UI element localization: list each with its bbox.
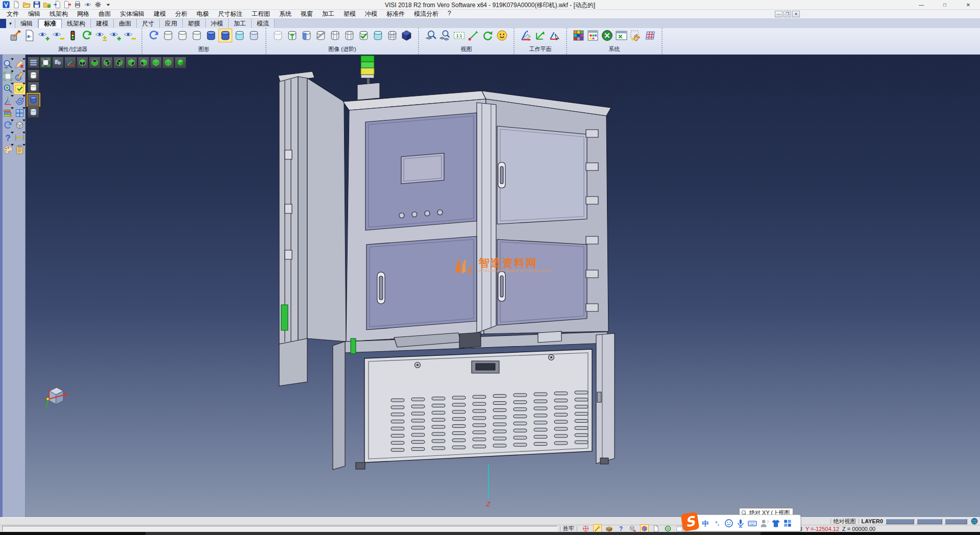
refresh-blue-icon[interactable] xyxy=(148,29,160,42)
menu-item[interactable]: 模流分析 xyxy=(409,10,443,18)
palette-window-icon[interactable] xyxy=(586,29,599,42)
cylinder-stripe-icon[interactable] xyxy=(329,29,341,42)
toolbar-tab[interactable]: 尺寸 xyxy=(137,19,160,28)
toolbar-tab[interactable]: 模流 xyxy=(252,19,275,28)
menu-item[interactable]: 冲模 xyxy=(360,10,382,18)
check-yellow-icon[interactable] xyxy=(14,83,25,94)
menu-item[interactable]: ? xyxy=(443,10,456,18)
toolbar-tab[interactable]: 应用 xyxy=(160,19,183,28)
menu-item[interactable]: 标准件 xyxy=(382,10,409,18)
palette-sm-icon[interactable] xyxy=(3,144,13,155)
cube-bottom-button[interactable] xyxy=(89,57,101,68)
active-layer-label[interactable]: LAYER0 xyxy=(862,518,883,524)
target-green-icon[interactable] xyxy=(664,525,672,532)
toolbar-tab[interactable]: 加工 xyxy=(229,19,252,28)
axis-cube-icon[interactable] xyxy=(3,95,13,106)
cylinder-white-icon[interactable] xyxy=(162,29,175,42)
menu-item[interactable]: 系统 xyxy=(275,10,296,18)
cube-solid-button[interactable] xyxy=(175,57,186,68)
smiley-blue-icon[interactable] xyxy=(724,518,734,528)
question-mark-icon[interactable]: ? xyxy=(3,132,13,143)
cylinder-white-icon[interactable] xyxy=(176,29,189,42)
arrow-ne-icon[interactable] xyxy=(467,29,480,42)
smiley-icon[interactable] xyxy=(496,29,508,42)
tools-ball-icon[interactable] xyxy=(601,29,614,42)
cylinder-pale-button[interactable] xyxy=(28,106,39,118)
punct-icon[interactable]: °, xyxy=(712,518,722,528)
axis-green-icon[interactable] xyxy=(534,29,547,42)
zoom-cube-icon[interactable] xyxy=(424,29,437,42)
view-mode-label[interactable]: 绝对视图 xyxy=(834,518,856,525)
cube-back-button[interactable] xyxy=(113,57,125,68)
cad-model-canvas[interactable]: Z xyxy=(26,55,980,517)
fit-rect-button[interactable] xyxy=(40,57,52,68)
new-page-icon[interactable] xyxy=(12,1,20,9)
clipboard-icon[interactable] xyxy=(14,144,25,155)
eye-add-icon[interactable] xyxy=(109,29,122,42)
cube-right-button[interactable] xyxy=(138,57,150,68)
minimize-button[interactable]: — xyxy=(910,0,933,10)
hand-grid-icon[interactable] xyxy=(629,29,642,42)
open-folder-icon[interactable] xyxy=(22,1,31,9)
save-disk-icon[interactable] xyxy=(33,1,41,9)
cylinder-blue-icon[interactable] xyxy=(205,29,217,42)
refresh-blue-icon[interactable] xyxy=(3,120,13,131)
export-page-icon[interactable] xyxy=(63,1,71,9)
toolbar-tab[interactable]: 编辑 xyxy=(15,19,38,28)
axis-pointer-icon[interactable] xyxy=(548,29,561,42)
cylinder-white-button[interactable] xyxy=(28,69,39,81)
cube-iso-button[interactable] xyxy=(162,57,174,68)
menu-item[interactable]: 编辑 xyxy=(23,10,45,18)
view-eye-icon[interactable] xyxy=(84,1,92,9)
cylinder-slash-icon[interactable] xyxy=(314,29,327,42)
cylinder-stripe-icon[interactable] xyxy=(343,29,356,42)
cylinder-blue-button[interactable] xyxy=(28,94,39,106)
cylinder-half-icon[interactable] xyxy=(300,29,313,42)
menu-item[interactable]: 尺寸标注 xyxy=(213,10,247,18)
question-blue-icon[interactable]: ? xyxy=(617,525,625,532)
edit-x-icon[interactable] xyxy=(14,59,25,69)
paint-edit-icon[interactable] xyxy=(9,29,22,42)
cylinder-blue-icon[interactable] xyxy=(219,29,232,42)
cube-colored-icon[interactable] xyxy=(641,525,648,532)
box-kit-icon[interactable] xyxy=(605,525,613,532)
cylinder-white-icon[interactable] xyxy=(190,29,203,42)
color-grid-icon[interactable] xyxy=(572,29,585,42)
menu-item[interactable]: 文件 xyxy=(2,10,23,18)
eye-remove-icon[interactable] xyxy=(124,29,136,42)
cylinder-outline-icon[interactable] xyxy=(272,29,284,42)
cylinder-arrow-icon[interactable] xyxy=(286,29,299,42)
list-bars-button[interactable] xyxy=(28,57,39,68)
cube-top-button[interactable] xyxy=(77,57,88,68)
menu-item[interactable]: 加工 xyxy=(317,10,339,18)
cylinder-pale-icon[interactable] xyxy=(248,29,260,42)
cylinder-mesh-icon[interactable] xyxy=(386,29,399,42)
zoom-plus-icon[interactable] xyxy=(3,83,13,94)
cube-navy-icon[interactable] xyxy=(400,29,413,42)
menu-item[interactable]: 视窗 xyxy=(296,10,317,18)
menu-item[interactable]: 线架构 xyxy=(45,10,72,18)
blue-grid-icon[interactable] xyxy=(14,108,25,118)
refresh-green-icon[interactable] xyxy=(81,29,93,42)
spiral-icon[interactable] xyxy=(14,95,25,106)
cylinder-check-icon[interactable] xyxy=(357,29,370,42)
menu-item[interactable]: 实体编辑 xyxy=(115,10,149,18)
fit-rect-icon[interactable] xyxy=(3,71,13,82)
zoom-multi-icon[interactable] xyxy=(438,29,451,42)
grid-icon[interactable] xyxy=(782,518,793,528)
page-eye-icon[interactable] xyxy=(23,29,36,42)
toolbar-tab[interactable]: 建模 xyxy=(91,19,114,28)
print-icon[interactable] xyxy=(74,1,82,9)
zoom-views-button[interactable] xyxy=(52,57,64,68)
toolbar-tab[interactable]: 塑膜 xyxy=(183,19,206,28)
viewport-3d[interactable]: Z xyxy=(26,55,980,517)
one-to-one-icon[interactable]: 1:1 xyxy=(453,29,465,42)
menu-item[interactable]: 建模 xyxy=(149,10,170,18)
menu-item[interactable]: 曲面 xyxy=(94,10,115,18)
dropdown-arrow-icon[interactable] xyxy=(104,1,112,9)
gray-cube-icon[interactable] xyxy=(14,120,25,131)
menu-item[interactable]: 工程图 xyxy=(247,10,275,18)
axis-plane-icon[interactable] xyxy=(520,29,532,42)
mdi-control-button[interactable]: ❐ xyxy=(783,11,791,17)
person-icon[interactable]: ? xyxy=(759,518,769,528)
